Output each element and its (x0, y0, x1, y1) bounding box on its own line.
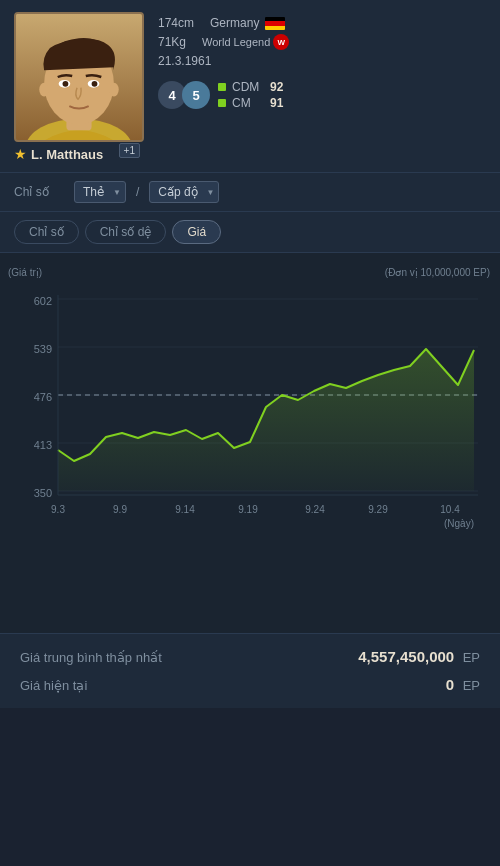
stat-current-value: 0 (446, 676, 454, 693)
stat-avg-value-wrap: 4,557,450,000 EP (358, 648, 480, 666)
stats-footer: Giá trung bình thấp nhất 4,557,450,000 E… (0, 633, 500, 708)
chart-unit-label: (Đơn vị 10,000,000 EP) (385, 267, 490, 278)
pos-row-cm: CM 91 (218, 96, 283, 110)
flag-germany-icon (265, 17, 285, 30)
svg-point-7 (92, 81, 98, 87)
player-stats-col: 174cm Germany 71Kg World Legend W 21.3.1… (158, 12, 486, 110)
player-name: L. Matthaus (31, 147, 103, 162)
chart-y-axis-label: (Giá trị) (8, 267, 42, 278)
avatar-badge: +1 (119, 143, 140, 158)
svg-point-8 (39, 83, 49, 97)
tab-chi-so-de[interactable]: Chỉ số dệ (85, 220, 167, 244)
position-5: 5 (182, 81, 210, 109)
pos-dot-cdm (218, 83, 226, 91)
player-height: 174cm (158, 16, 194, 30)
svg-text:413: 413 (34, 439, 52, 451)
player-rank: World Legend W (202, 34, 289, 50)
pos-label-cdm: CDM (232, 80, 264, 94)
player-weight: 71Kg (158, 35, 186, 49)
svg-text:(Ngày): (Ngày) (444, 518, 474, 529)
pos-row-cdm: CDM 92 (218, 80, 283, 94)
filter-label: Chỉ số (14, 185, 64, 199)
stat-footer-current: Giá hiện tại 0 EP (20, 676, 480, 694)
svg-text:9.29: 9.29 (368, 504, 388, 515)
stat-row-weight-rank: 71Kg World Legend W (158, 34, 486, 50)
player-avatar-wrap: +1 ★ L. Matthaus (14, 12, 144, 162)
level-select-wrap[interactable]: Cấp độ (149, 181, 219, 203)
svg-text:602: 602 (34, 295, 52, 307)
position-numbers: 4 5 (158, 81, 210, 109)
pos-value-cm: 91 (270, 96, 283, 110)
svg-point-6 (63, 81, 69, 87)
stat-current-unit: EP (463, 678, 480, 693)
stat-avg-value: 4,557,450,000 (358, 648, 454, 665)
pos-label-cm: CM (232, 96, 264, 110)
player-avatar (14, 12, 144, 142)
stat-row-dob: 21.3.1961 (158, 54, 486, 68)
world-legend-icon: W (273, 34, 289, 50)
chart-container: 602 539 476 413 350 9.3 9.9 9.14 (10, 285, 490, 625)
tab-row: Chỉ số Chỉ số dệ Giá (0, 212, 500, 253)
svg-text:10.4: 10.4 (440, 504, 460, 515)
svg-text:9.19: 9.19 (238, 504, 258, 515)
stat-current-value-wrap: 0 EP (446, 676, 480, 694)
stat-avg-unit: EP (463, 650, 480, 665)
svg-text:476: 476 (34, 391, 52, 403)
svg-point-9 (109, 83, 119, 97)
player-nationality: Germany (210, 16, 285, 30)
stat-avg-label: Giá trung bình thấp nhất (20, 650, 162, 665)
star-icon: ★ (14, 146, 27, 162)
filter-row: Chỉ số Thẻ / Cấp độ (0, 173, 500, 212)
type-select[interactable]: Thẻ (74, 181, 126, 203)
tab-gia[interactable]: Giá (172, 220, 221, 244)
svg-text:9.9: 9.9 (113, 504, 127, 515)
stat-row-height-nationality: 174cm Germany (158, 16, 486, 30)
chart-svg: 602 539 476 413 350 9.3 9.9 9.14 (10, 285, 490, 625)
player-header: +1 ★ L. Matthaus 174cm Germany 71Kg Worl… (0, 0, 500, 173)
filter-separator: / (136, 185, 139, 199)
tab-chi-so[interactable]: Chỉ số (14, 220, 79, 244)
pos-dot-cm (218, 99, 226, 107)
position-block: 4 5 CDM 92 CM 91 (158, 80, 486, 110)
chart-area: (Giá trị) (Đơn vị 10,000,000 EP) 602 539… (0, 253, 500, 633)
svg-text:9.14: 9.14 (175, 504, 195, 515)
svg-text:9.3: 9.3 (51, 504, 65, 515)
stat-current-label: Giá hiện tại (20, 678, 87, 693)
stat-footer-avg: Giá trung bình thấp nhất 4,557,450,000 E… (20, 648, 480, 666)
svg-text:539: 539 (34, 343, 52, 355)
level-select[interactable]: Cấp độ (149, 181, 219, 203)
pos-value-cdm: 92 (270, 80, 283, 94)
type-select-wrap[interactable]: Thẻ (74, 181, 126, 203)
position-ratings: CDM 92 CM 91 (218, 80, 283, 110)
svg-text:350: 350 (34, 487, 52, 499)
svg-text:9.24: 9.24 (305, 504, 325, 515)
player-dob: 21.3.1961 (158, 54, 211, 68)
